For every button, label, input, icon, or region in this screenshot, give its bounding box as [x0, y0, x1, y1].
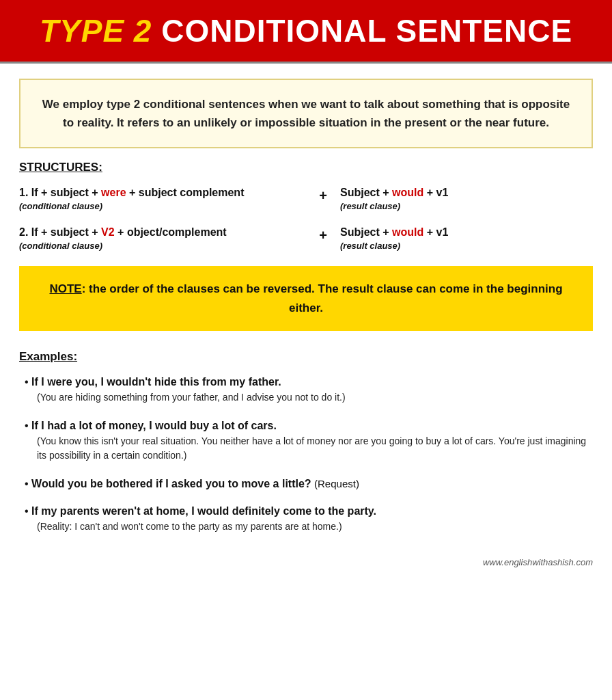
- struct1-plus: +: [306, 187, 340, 204]
- example-1-explanation: (You are hiding something from your fath…: [37, 390, 593, 405]
- structure-row-2: 2. If + subject + V2 + object/complement…: [19, 226, 593, 251]
- struct1-right-text: Subject +: [340, 187, 392, 198]
- struct2-right-red: would: [392, 226, 423, 238]
- struct1-right-red: would: [392, 187, 423, 198]
- note-box: NOTE: the order of the clauses can be re…: [19, 266, 593, 330]
- note-label: NOTE: [49, 282, 81, 295]
- struct2-left-red: V2: [101, 226, 115, 238]
- structure-row-1: 1. If + subject + were + subject complem…: [19, 187, 593, 211]
- struct1-left-red: were: [101, 187, 126, 198]
- struct1-left-rest: + subject complement: [126, 187, 245, 198]
- struct1-number: 1.: [19, 187, 28, 198]
- bullet-2: •: [25, 420, 29, 431]
- examples-section: Examples: • If I were you, I wouldn't hi…: [19, 350, 593, 534]
- website-footer: www.englishwithashish.com: [0, 549, 612, 574]
- bullet-4: •: [25, 505, 29, 517]
- struct1-left-text: If + subject +: [31, 187, 101, 198]
- description-text: We employ type 2 conditional sentences w…: [41, 95, 571, 132]
- example-4-explanation: (Reality: I can't and won't come to the …: [37, 520, 593, 534]
- example-item-1: • If I were you, I wouldn't hide this fr…: [19, 376, 593, 405]
- structure-2-right: Subject + would + v1 (result clause): [340, 226, 593, 251]
- structures-section: STRUCTURES: 1. If + subject + were + sub…: [19, 161, 593, 251]
- structure-2-left: 2. If + subject + V2 + object/complement…: [19, 226, 306, 251]
- type2-label: TYPE 2: [40, 13, 152, 49]
- page-header: TYPE 2 CONDITIONAL SENTENCE: [0, 0, 612, 62]
- example-item-4: • If my parents weren't at home, I would…: [19, 505, 593, 534]
- example-3-note: (Request): [314, 478, 359, 489]
- note-body: : the order of the clauses can be revers…: [82, 282, 563, 314]
- example-2-explanation: (You know this isn't your real situation…: [37, 434, 593, 463]
- structure-1-right: Subject + would + v1 (result clause): [340, 187, 593, 211]
- struct2-number: 2.: [19, 226, 28, 238]
- struct2-left-rest: + object/complement: [115, 226, 227, 238]
- example-item-3: • Would you be bothered if I asked you t…: [19, 478, 593, 490]
- struct2-left-label: (conditional clause): [19, 241, 306, 251]
- example-4-main: If my parents weren't at home, I would d…: [31, 505, 376, 517]
- example-1-main: If I were you, I wouldn't hide this from…: [31, 376, 281, 388]
- bullet-3: •: [25, 478, 29, 489]
- struct2-left-text: If + subject +: [31, 226, 101, 238]
- struct1-right-rest: + v1: [423, 187, 448, 198]
- structures-title: STRUCTURES:: [19, 161, 593, 174]
- struct2-right-rest: + v1: [423, 226, 448, 238]
- struct1-left-label: (conditional clause): [19, 201, 306, 211]
- examples-title: Examples:: [19, 350, 593, 364]
- structure-1-left: 1. If + subject + were + subject complem…: [19, 187, 306, 211]
- struct1-right-label: (result clause): [340, 201, 593, 211]
- struct2-right-label: (result clause): [340, 241, 593, 251]
- struct2-plus: +: [306, 226, 340, 243]
- page-title: TYPE 2 CONDITIONAL SENTENCE: [14, 12, 598, 49]
- example-3-main: Would you be bothered if I asked you to …: [31, 478, 311, 489]
- example-2-main: If I had a lot of money, I would buy a l…: [31, 420, 277, 431]
- note-text: NOTE: the order of the clauses can be re…: [38, 280, 574, 317]
- example-item-2: • If I had a lot of money, I would buy a…: [19, 420, 593, 463]
- header-divider: [0, 62, 612, 64]
- website-url: www.englishwithashish.com: [483, 557, 593, 567]
- title-rest: CONDITIONAL SENTENCE: [161, 13, 572, 49]
- description-box: We employ type 2 conditional sentences w…: [19, 79, 593, 148]
- bullet-1: •: [25, 376, 29, 388]
- struct2-right-text: Subject +: [340, 226, 392, 238]
